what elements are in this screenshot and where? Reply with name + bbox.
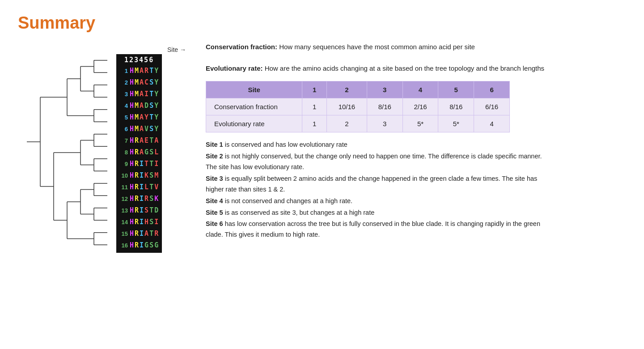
note-term: Site 4: [206, 197, 223, 204]
seq-num: 6: [119, 126, 128, 132]
seq-chars: HRIATR: [130, 230, 159, 238]
sequence-row: 6HMAVSY: [119, 123, 159, 135]
row-label: Conservation fraction: [206, 98, 302, 115]
sequence-row: 14HRIHSI: [119, 216, 159, 228]
seq-chars: HMAITY: [130, 90, 159, 98]
right-panel: Conservation fraction: How many sequence…: [206, 42, 626, 241]
table-cell: 4: [474, 115, 510, 132]
note-item: Site 5 is as conserved as site 3, but ch…: [206, 208, 546, 218]
seq-chars: HRIGSG: [130, 241, 159, 249]
sequence-row: 9HRITTI: [119, 158, 159, 170]
table-cell: 3: [367, 115, 402, 132]
seq-num: 14: [119, 219, 128, 226]
seq-num: 12: [119, 196, 128, 202]
sequence-row: 10HRIKSM: [119, 170, 159, 181]
seq-chars: HRIKSM: [130, 171, 159, 179]
sequence-row: 8HRAGSL: [119, 146, 159, 158]
table-cell: 2: [327, 115, 367, 132]
note-term: Site 2: [206, 153, 223, 160]
seq-chars: HMAVSY: [130, 125, 159, 133]
phylo-tree: [18, 54, 116, 251]
table-header-5: 5: [438, 81, 474, 98]
evolutionary-def: Evolutionary rate: How are the amino aci…: [206, 63, 546, 74]
conservation-def-text: How many sequences have the most common …: [277, 43, 475, 51]
seq-chars: HMAYTY: [130, 113, 159, 121]
seq-num: 11: [119, 184, 128, 191]
table-cell: 1: [302, 98, 327, 115]
seq-num: 16: [119, 242, 128, 249]
seq-chars: HRAGSL: [130, 148, 159, 156]
seq-header: 123456: [119, 56, 159, 64]
seq-chars: HRITTI: [130, 160, 159, 168]
table-cell: 8/16: [367, 98, 402, 115]
conservation-term: Conservation fraction:: [206, 43, 277, 51]
sequence-row: 2HMACSY: [119, 77, 159, 88]
seq-chars: HRISTD: [130, 206, 159, 214]
tree-seq-container: 123456 1HMARTY2HMACSY3HMAITY4HMADSY5HMAY…: [18, 54, 188, 253]
note-item: Site 3 is equally split between 2 amino …: [206, 174, 546, 195]
sequence-row: 13HRISTD: [119, 204, 159, 216]
site-label-row: Site →: [18, 46, 188, 53]
sequence-row: 7HRAETA: [119, 135, 159, 146]
seq-num: 13: [119, 207, 128, 214]
evolutionary-def-text: How are the amino acids changing at a si…: [263, 64, 545, 72]
table-row: Conservation fraction110/168/162/168/166…: [206, 98, 510, 115]
note-item: Site 2 is not highly conserved, but the …: [206, 151, 546, 173]
notes-section: Site 1 is conserved and has low evolutio…: [206, 140, 546, 241]
sequence-row: 1HMARTY: [119, 65, 159, 77]
table-header-site: Site: [206, 81, 302, 98]
table-header-6: 6: [474, 81, 510, 98]
seq-chars: HMACSY: [130, 78, 159, 86]
seq-chars: HRIHSI: [130, 218, 159, 226]
table-cell: 10/16: [327, 98, 367, 115]
tree-svg-area: [18, 54, 116, 251]
note-term: Site 3: [206, 175, 223, 182]
seq-num: 7: [119, 137, 128, 144]
table-cell: 2/16: [402, 98, 438, 115]
seq-chars: HRILTV: [130, 183, 159, 191]
sequence-row: 3HMAITY: [119, 88, 159, 100]
conservation-def: Conservation fraction: How many sequence…: [206, 42, 546, 52]
note-item: Site 1 is conserved and has low evolutio…: [206, 140, 546, 150]
summary-table: Site123456Conservation fraction110/168/1…: [206, 81, 510, 132]
sequences-list: 1HMARTY2HMACSY3HMAITY4HMADSY5HMAYTY6HMAV…: [119, 65, 159, 251]
seq-num: 2: [119, 79, 128, 86]
table-header-4: 4: [402, 81, 438, 98]
table-header-1: 1: [302, 81, 327, 98]
seq-num: 4: [119, 102, 128, 109]
sequence-row: 16HRIGSG: [119, 239, 159, 251]
seq-num: 1: [119, 68, 128, 74]
left-panel: Site →: [18, 46, 188, 253]
seq-num: 15: [119, 230, 128, 237]
seq-chars: HRIRSK: [130, 195, 159, 203]
seq-num: 5: [119, 114, 128, 121]
sequences-panel: 123456 1HMARTY2HMACSY3HMAITY4HMADSY5HMAY…: [116, 54, 162, 253]
definitions-section: Conservation fraction: How many sequence…: [206, 42, 546, 74]
table-cell: 5*: [438, 115, 474, 132]
seq-num: 9: [119, 161, 128, 167]
table-header-3: 3: [367, 81, 402, 98]
sequence-row: 11HRILTV: [119, 181, 159, 193]
table-header-2: 2: [327, 81, 367, 98]
table-row: Evolutionary rate1235*5*4: [206, 115, 510, 132]
note-term: Site 5: [206, 209, 223, 216]
page-title: Summary: [18, 13, 626, 33]
evolutionary-term: Evolutionary rate:: [206, 64, 263, 72]
note-term: Site 1: [206, 141, 223, 148]
sequence-row: 4HMADSY: [119, 100, 159, 111]
sequence-row: 12HRIRSK: [119, 193, 159, 204]
note-item: Site 4 is not conserved and changes at a…: [206, 196, 546, 207]
main-layout: Site →: [18, 42, 626, 253]
seq-chars: HMARTY: [130, 67, 159, 75]
seq-num: 8: [119, 149, 128, 156]
note-item: Site 6 has low conservation across the t…: [206, 219, 546, 240]
table-cell: 8/16: [438, 98, 474, 115]
table-cell: 6/16: [474, 98, 510, 115]
table-cell: 1: [302, 115, 327, 132]
sequence-row: 15HRIATR: [119, 228, 159, 239]
row-label: Evolutionary rate: [206, 115, 302, 132]
seq-chars: HMADSY: [130, 102, 159, 110]
sequence-row: 5HMAYTY: [119, 111, 159, 123]
note-term: Site 6: [206, 220, 223, 227]
site-arrow-label: Site →: [167, 46, 186, 53]
